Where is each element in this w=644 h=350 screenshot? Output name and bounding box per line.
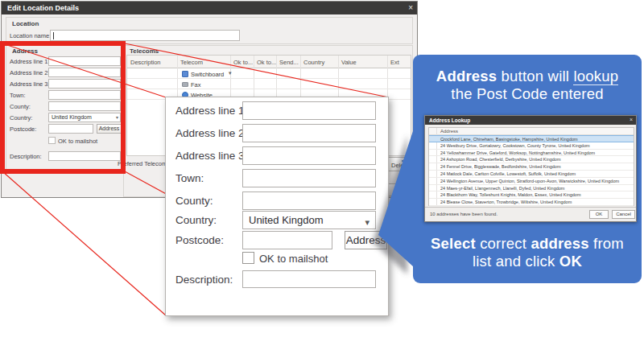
- lookup-status-bar: 10 addresses have been found. OK Cancel: [425, 207, 636, 221]
- switchboard-icon: [182, 71, 188, 77]
- postcode-label: Postcode:: [175, 234, 224, 246]
- col-description[interactable]: Description: [130, 59, 161, 66]
- address-text: Crockford Lane, Chineham, Basingstoke, H…: [440, 137, 578, 142]
- text-cursor: [53, 32, 54, 39]
- country-select[interactable]: United Kingdom ▾: [242, 211, 376, 229]
- lookup-row[interactable]: 24 Fennel Drive, Biggleswade, Bedfordshi…: [429, 163, 634, 171]
- address-text: 24 Blease Close, Staverton, Trowbridge, …: [440, 200, 572, 204]
- country-value: United Kingdom: [249, 214, 324, 226]
- col-send[interactable]: Send...: [279, 59, 299, 66]
- cancel-button[interactable]: Cancel: [612, 210, 635, 219]
- lookup-column-header[interactable]: Address: [429, 128, 634, 135]
- mailshot-checkbox[interactable]: [242, 252, 254, 264]
- close-icon[interactable]: ×: [630, 116, 633, 124]
- page: Edit Location Details × Location Locatio…: [0, 0, 644, 350]
- delete-button-label: Delete: [391, 162, 409, 169]
- telecoms-grid-header: Description Telecom Ok to... Ok to... Se…: [127, 56, 411, 68]
- address-text: 24 Wellington Avenue, Upper Quinton, Str…: [440, 179, 619, 183]
- col-telecom[interactable]: Telecom: [180, 59, 203, 66]
- description-label: Description:: [175, 274, 233, 286]
- lookup-row[interactable]: 24 Ashopton Road, Chesterfield, Derbyshi…: [429, 156, 634, 163]
- dialog-title-bar[interactable]: Edit Location Details: [2, 2, 417, 14]
- address-text: 24 Matlock Dale, Carlton Colville, Lowes…: [440, 171, 576, 176]
- callout-bold-select: Select: [431, 235, 476, 252]
- location-name-label: Location name:: [10, 32, 51, 39]
- address-line2-input[interactable]: [242, 124, 376, 142]
- postcode-input[interactable]: [242, 231, 332, 249]
- address-text: 24 Ashopton Road, Chesterfield, Derbyshi…: [440, 157, 561, 162]
- callout-bold-ok: OK: [559, 253, 582, 270]
- lookup-row-selected[interactable]: → Crockford Lane, Chineham, Basingstoke,…: [429, 135, 634, 142]
- ok-button[interactable]: OK: [589, 210, 609, 219]
- lookup-status-text: 10 addresses have been found.: [430, 212, 497, 216]
- telecoms-group-header: Telecoms: [130, 47, 159, 55]
- callout-text: button will: [497, 68, 573, 84]
- lookup-row[interactable]: 24 Wellington Avenue, Upper Quinton, Str…: [429, 178, 634, 185]
- callout-text: correct: [476, 235, 531, 252]
- mailshot-label: OK to mailshot: [259, 253, 328, 265]
- address-lookup-button[interactable]: Address: [345, 231, 387, 249]
- address-text: 24 Fennel Drive, Biggleswade, Bedfordshi…: [440, 164, 561, 169]
- col-value[interactable]: Value: [341, 59, 357, 66]
- table-row-fax[interactable]: Fax: [127, 79, 411, 89]
- address-text: 24 Blackthorn Way, Tolleshunt Knights, M…: [440, 192, 580, 197]
- callout-bold-address2: address: [530, 235, 588, 252]
- callout-text: from: [589, 235, 624, 252]
- callout-bottom-line1: Select correct address from: [421, 235, 634, 253]
- telecom-type-value: Switchboard: [191, 71, 224, 78]
- callout-bottom-line2: list and click OK: [421, 253, 634, 270]
- table-row-switchboard[interactable]: Switchboard ▾: [127, 68, 411, 79]
- callout-top-line1: Address button will lookup: [421, 68, 634, 85]
- address-text: 24 Maes-yr-Efail, Llangennech, Llanelli,…: [440, 186, 564, 191]
- lookup-title: Address Lookup: [429, 117, 470, 123]
- lookup-row[interactable]: 24 Blease Close, Staverton, Trowbridge, …: [429, 199, 634, 206]
- lookup-title-bar[interactable]: Address Lookup: [425, 116, 636, 125]
- col-ext[interactable]: Ext: [390, 59, 399, 66]
- callout-bold-address: Address: [436, 68, 497, 84]
- town-label: Town:: [175, 172, 204, 184]
- address-line3-input[interactable]: [242, 146, 376, 165]
- callout-top-line2: the Post Code entered: [421, 85, 634, 103]
- col-country[interactable]: Country: [303, 59, 324, 66]
- col-ok-to-1[interactable]: Ok to...: [233, 59, 253, 66]
- callout-text: list and click: [473, 253, 559, 270]
- address-line1-label: Address line 1:: [175, 105, 247, 117]
- county-input[interactable]: [242, 191, 376, 210]
- lookup-row[interactable]: 24 Maes-yr-Efail, Llangennech, Llanelli,…: [429, 185, 634, 192]
- chevron-down-icon: ▾: [365, 214, 369, 231]
- address-line3-label: Address line 3:: [175, 150, 247, 162]
- address-line2-label: Address line 2:: [175, 127, 247, 139]
- dialog-title: Edit Location Details: [7, 4, 79, 12]
- close-icon[interactable]: ×: [408, 2, 413, 14]
- lookup-row[interactable]: 24 Westbury Drive, Gortalowry, Cookstown…: [429, 142, 634, 150]
- location-group: Location Location name:: [6, 17, 413, 44]
- zoomed-address-panel: Address line 1: Address line 2: Address …: [165, 97, 389, 316]
- description-input[interactable]: [242, 270, 376, 288]
- lookup-row[interactable]: 24 Yellowhammer Drive, Gateford, Worksop…: [429, 150, 634, 157]
- chevron-down-icon[interactable]: ▾: [229, 70, 232, 76]
- address-text: 24 Yellowhammer Drive, Gateford, Worksop…: [440, 150, 595, 155]
- lookup-row[interactable]: 24 Blackthorn Way, Tolleshunt Knights, M…: [429, 191, 634, 199]
- telecom-type-value: Fax: [191, 81, 201, 89]
- lookup-results-grid: Address → Crockford Lane, Chineham, Basi…: [428, 127, 634, 206]
- address-text: 24 Westbury Drive, Gortalowry, Cookstown…: [440, 143, 590, 148]
- highlight-rectangle: [0, 41, 126, 174]
- lookup-row[interactable]: 24 Matlock Dale, Carlton Colville, Lowes…: [429, 171, 634, 178]
- fax-icon: [182, 82, 188, 87]
- col-ok-to-2[interactable]: Ok to...: [257, 59, 276, 66]
- county-label: County:: [175, 195, 213, 207]
- address-lookup-dialog: Address Lookup × Address → Crockford Lan…: [424, 115, 637, 222]
- callout-underlined-lookup: lookup: [573, 68, 618, 85]
- location-name-input[interactable]: [50, 30, 240, 41]
- country-label: Country:: [175, 214, 217, 226]
- lookup-column-label: Address: [440, 129, 458, 134]
- address-line1-input[interactable]: [242, 101, 376, 120]
- location-group-header: Location: [12, 20, 39, 27]
- town-input[interactable]: [242, 169, 376, 187]
